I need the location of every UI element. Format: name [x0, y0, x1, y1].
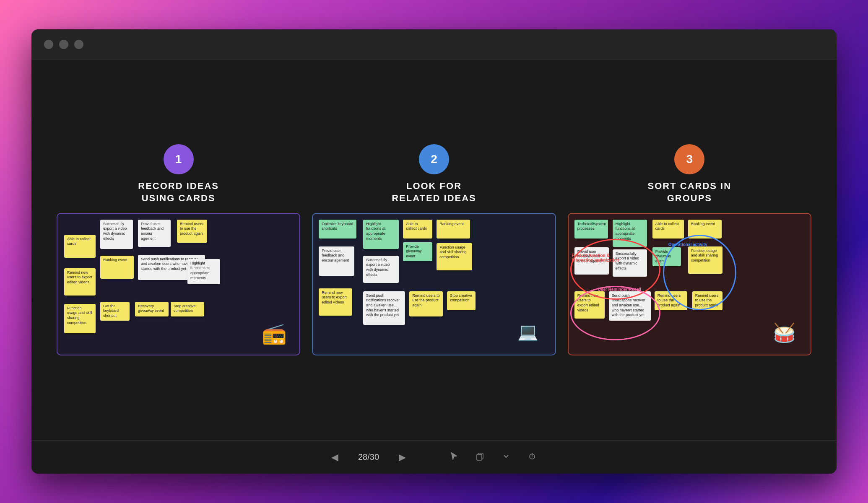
sticky-1-6: Ranking event — [100, 256, 134, 279]
power-icon — [528, 451, 537, 461]
maximize-button[interactable] — [74, 40, 83, 49]
sticky-3-8: Function usage and skill sharing competi… — [688, 246, 722, 274]
slide-column-2: 2 LOOK FOR RELATED IDEAS Optimize keyboa… — [312, 144, 556, 355]
sticky-1-5: Remind new users to export edited videos — [64, 268, 96, 296]
more-icon — [502, 451, 511, 461]
slide-column-1: 1 RECORD IDEAS USING CARDS Able to colle… — [57, 144, 300, 355]
bottom-bar: ◀ 28/30 ▶ — [31, 440, 837, 474]
sticky-3-12: Remind users to use the product again — [692, 291, 722, 310]
sticky-2-2: Highlight functions at appropriate momen… — [363, 220, 399, 249]
close-button[interactable] — [44, 40, 53, 49]
content-area: 1 RECORD IDEAS USING CARDS Able to colle… — [31, 60, 837, 440]
sticky-1-2: Successfully export a video with dynamic… — [100, 220, 133, 249]
step-indicator-1: 1 RECORD IDEAS USING CARDS — [138, 144, 219, 204]
laptop-illustration: 💻 — [517, 322, 551, 351]
step-circle-1: 1 — [164, 144, 194, 174]
copy-tool-button[interactable] — [472, 448, 488, 466]
sticky-1-12: Stop creative competition — [171, 302, 204, 316]
prev-button[interactable]: ◀ — [328, 449, 342, 466]
sticky-1-3: Provid user feedback and encour agement — [138, 220, 171, 247]
step-title-1: RECORD IDEAS USING CARDS — [138, 180, 219, 204]
cursor-icon — [450, 451, 459, 461]
group-label-blue: Operational activity — [668, 242, 707, 247]
step-indicator-3: 3 SORT CARDS IN GROUPS — [648, 144, 732, 204]
sticky-1-8: Highlight functions at appropriate momen… — [187, 259, 220, 284]
sticky-2-12: Stop creative competition — [447, 291, 476, 310]
group-label-pink: User Reminder/Recall — [598, 287, 641, 292]
sticky-3-9: Remind new users to export edited videos — [574, 291, 605, 319]
sticky-3-10: Send push notifications recover and awak… — [609, 291, 651, 321]
drum-illustration: 🥁 — [773, 322, 806, 351]
step-circle-3: 3 — [674, 144, 704, 174]
sticky-2-11: Remind users to use the product again — [409, 291, 443, 316]
group-label-red: Product function &Interaction optimizati… — [572, 253, 619, 262]
sticky-2-9: Remind new users to export edited videos — [319, 288, 352, 316]
sticky-1-4: Remind users to use the product again — [177, 220, 207, 243]
sticky-2-7: Provide giveaway event — [403, 242, 432, 261]
sticky-2-8: Function usage and skill sharing competi… — [437, 243, 472, 270]
step-title-3: SORT CARDS IN GROUPS — [648, 180, 732, 204]
next-button[interactable]: ▶ — [395, 449, 409, 466]
sticky-3-7: Provide giveaway event — [652, 247, 681, 266]
sticky-1-1: Able to collect cards — [64, 235, 96, 258]
slide-panel-3: Technical/system processes Highlight fun… — [568, 213, 811, 355]
sticky-2-10: Send push notifications recover and awak… — [363, 291, 405, 325]
sticky-2-4: Ranking event — [437, 220, 470, 239]
sticky-3-1: Technical/system processes — [574, 220, 608, 239]
minimize-button[interactable] — [59, 40, 68, 49]
svg-rect-1 — [477, 454, 482, 460]
sticky-2-3: Able to collect cards — [403, 220, 432, 239]
sticky-3-3: Able to collect cards — [652, 220, 684, 239]
slides-container: 1 RECORD IDEAS USING CARDS Able to colle… — [57, 144, 811, 355]
main-window: 1 RECORD IDEAS USING CARDS Able to colle… — [31, 29, 837, 474]
slide-panel-2: Optimize keyboard shortcuts Highlight fu… — [312, 213, 556, 355]
copy-icon — [476, 451, 485, 461]
page-indicator: 28/30 — [352, 452, 385, 462]
sticky-1-9: Function usage and skill sharing competi… — [64, 304, 96, 333]
step-title-2: LOOK FOR RELATED IDEAS — [392, 180, 476, 204]
sticky-3-4: Ranking event — [688, 220, 722, 239]
boombox-illustration: 📻 — [262, 322, 295, 351]
more-tool-button[interactable] — [498, 448, 514, 466]
sticky-2-1: Optimize keyboard shortcuts — [319, 220, 356, 239]
sticky-2-6: Successfully export a video with dynamic… — [363, 256, 399, 283]
titlebar — [31, 29, 837, 60]
step-circle-2: 2 — [419, 144, 449, 174]
step-indicator-2: 2 LOOK FOR RELATED IDEAS — [392, 144, 476, 204]
sticky-1-11: Recovery giveaway event — [135, 302, 169, 316]
slide-panel-1: Able to collect cards Successfully expor… — [57, 213, 300, 355]
cursor-tool-button[interactable] — [446, 448, 462, 466]
sticky-2-5: Provid user feedback and encour agement — [319, 246, 354, 276]
sticky-1-10: Get the keyboard shortcut — [100, 302, 130, 321]
slide-column-3: 3 SORT CARDS IN GROUPS Technical/system … — [568, 144, 811, 355]
sticky-3-11: Remind users to use the product again — [655, 291, 687, 310]
power-button[interactable] — [524, 448, 540, 466]
sticky-3-2: Highlight functions at appropriate momen… — [613, 220, 647, 247]
